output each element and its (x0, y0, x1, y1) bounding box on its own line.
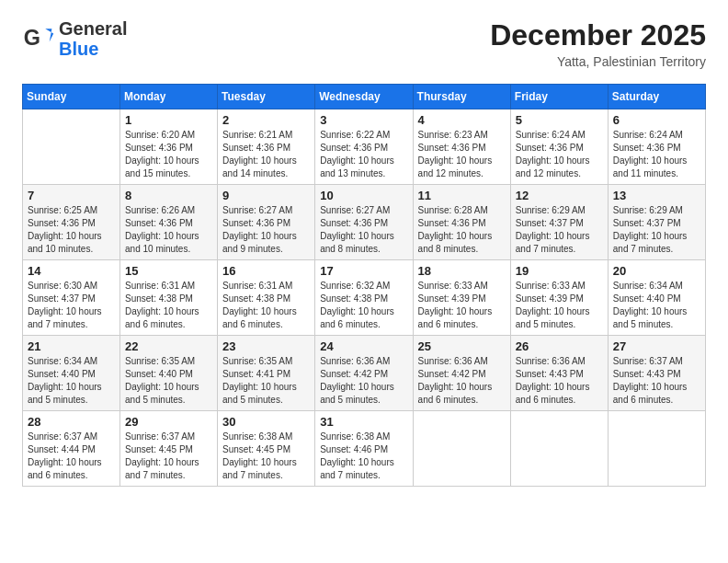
day-number: 30 (222, 415, 310, 429)
svg-marker-1 (45, 29, 53, 41)
calendar-cell: 13Sunrise: 6:29 AM Sunset: 4:37 PM Dayli… (608, 185, 705, 260)
calendar-cell: 29Sunrise: 6:37 AM Sunset: 4:45 PM Dayli… (120, 411, 218, 487)
day-info: Sunrise: 6:24 AM Sunset: 4:36 PM Dayligh… (613, 129, 700, 180)
day-number: 14 (28, 264, 115, 278)
day-info: Sunrise: 6:36 AM Sunset: 4:42 PM Dayligh… (418, 355, 506, 407)
logo-blue: Blue (59, 39, 127, 59)
svg-text:G: G (24, 26, 40, 50)
calendar-cell: 10Sunrise: 6:27 AM Sunset: 4:36 PM Dayli… (315, 185, 413, 260)
day-number: 9 (222, 189, 310, 202)
calendar-cell: 16Sunrise: 6:31 AM Sunset: 4:38 PM Dayli… (218, 260, 315, 336)
day-number: 26 (516, 339, 603, 353)
day-info: Sunrise: 6:27 AM Sunset: 4:36 PM Dayligh… (320, 204, 407, 256)
calendar-cell: 11Sunrise: 6:28 AM Sunset: 4:36 PM Dayli… (413, 185, 510, 260)
day-info: Sunrise: 6:23 AM Sunset: 4:36 PM Dayligh… (418, 129, 506, 180)
day-number: 23 (222, 339, 310, 353)
calendar-cell: 12Sunrise: 6:29 AM Sunset: 4:37 PM Dayli… (510, 185, 608, 260)
day-info: Sunrise: 6:37 AM Sunset: 4:45 PM Dayligh… (125, 431, 212, 482)
day-number: 25 (418, 339, 506, 353)
calendar-cell: 9Sunrise: 6:27 AM Sunset: 4:36 PM Daylig… (218, 185, 315, 260)
day-number: 19 (516, 264, 603, 278)
calendar-cell (608, 411, 705, 487)
calendar-week-5: 28Sunrise: 6:37 AM Sunset: 4:44 PM Dayli… (23, 411, 706, 487)
header-saturday: Saturday (608, 85, 705, 109)
calendar-cell: 4Sunrise: 6:23 AM Sunset: 4:36 PM Daylig… (413, 109, 510, 185)
calendar-cell: 26Sunrise: 6:36 AM Sunset: 4:43 PM Dayli… (510, 336, 608, 411)
day-info: Sunrise: 6:33 AM Sunset: 4:39 PM Dayligh… (516, 280, 603, 331)
title-block: December 2025 Yatta, Palestinian Territo… (490, 18, 706, 69)
month-title: December 2025 (490, 18, 706, 52)
calendar-cell: 5Sunrise: 6:24 AM Sunset: 4:36 PM Daylig… (510, 109, 608, 185)
page-header: G General Blue December 2025 Yatta, Pale… (22, 18, 706, 69)
header-friday: Friday (510, 85, 608, 109)
day-number: 29 (125, 415, 212, 429)
day-number: 4 (418, 113, 506, 127)
calendar-cell (510, 411, 608, 487)
header-sunday: Sunday (23, 85, 120, 109)
calendar-cell: 24Sunrise: 6:36 AM Sunset: 4:42 PM Dayli… (315, 336, 413, 411)
logo-text: General Blue (59, 18, 127, 59)
calendar-cell: 6Sunrise: 6:24 AM Sunset: 4:36 PM Daylig… (608, 109, 705, 185)
calendar-cell: 20Sunrise: 6:34 AM Sunset: 4:40 PM Dayli… (608, 260, 705, 336)
day-info: Sunrise: 6:31 AM Sunset: 4:38 PM Dayligh… (125, 280, 212, 331)
day-info: Sunrise: 6:32 AM Sunset: 4:38 PM Dayligh… (320, 280, 407, 331)
day-info: Sunrise: 6:34 AM Sunset: 4:40 PM Dayligh… (28, 355, 115, 407)
day-number: 31 (320, 415, 407, 429)
day-number: 1 (125, 113, 212, 127)
calendar-cell: 23Sunrise: 6:35 AM Sunset: 4:41 PM Dayli… (218, 336, 315, 411)
logo: G General Blue (22, 18, 127, 59)
day-number: 16 (222, 264, 310, 278)
day-info: Sunrise: 6:31 AM Sunset: 4:38 PM Dayligh… (222, 280, 310, 331)
day-info: Sunrise: 6:29 AM Sunset: 4:37 PM Dayligh… (516, 204, 603, 256)
calendar-header-row: SundayMondayTuesdayWednesdayThursdayFrid… (23, 85, 706, 109)
day-number: 6 (613, 113, 700, 127)
header-tuesday: Tuesday (218, 85, 315, 109)
calendar-cell: 18Sunrise: 6:33 AM Sunset: 4:39 PM Dayli… (413, 260, 510, 336)
day-number: 22 (125, 339, 212, 353)
day-info: Sunrise: 6:20 AM Sunset: 4:36 PM Dayligh… (125, 129, 212, 180)
calendar-cell: 3Sunrise: 6:22 AM Sunset: 4:36 PM Daylig… (315, 109, 413, 185)
calendar-cell (23, 109, 120, 185)
calendar-week-4: 21Sunrise: 6:34 AM Sunset: 4:40 PM Dayli… (23, 336, 706, 411)
calendar-cell: 30Sunrise: 6:38 AM Sunset: 4:45 PM Dayli… (218, 411, 315, 487)
calendar-cell: 1Sunrise: 6:20 AM Sunset: 4:36 PM Daylig… (120, 109, 218, 185)
calendar-cell: 2Sunrise: 6:21 AM Sunset: 4:36 PM Daylig… (218, 109, 315, 185)
day-info: Sunrise: 6:30 AM Sunset: 4:37 PM Dayligh… (28, 280, 115, 331)
day-info: Sunrise: 6:36 AM Sunset: 4:43 PM Dayligh… (516, 355, 603, 407)
calendar-cell: 14Sunrise: 6:30 AM Sunset: 4:37 PM Dayli… (23, 260, 120, 336)
day-info: Sunrise: 6:36 AM Sunset: 4:42 PM Dayligh… (320, 355, 407, 407)
day-number: 20 (613, 264, 700, 278)
day-info: Sunrise: 6:37 AM Sunset: 4:43 PM Dayligh… (613, 355, 700, 407)
day-number: 11 (418, 189, 506, 202)
calendar-week-3: 14Sunrise: 6:30 AM Sunset: 4:37 PM Dayli… (23, 260, 706, 336)
calendar-cell: 15Sunrise: 6:31 AM Sunset: 4:38 PM Dayli… (120, 260, 218, 336)
day-number: 8 (125, 189, 212, 202)
day-info: Sunrise: 6:21 AM Sunset: 4:36 PM Dayligh… (222, 129, 310, 180)
day-number: 3 (320, 113, 407, 127)
calendar-cell: 19Sunrise: 6:33 AM Sunset: 4:39 PM Dayli… (510, 260, 608, 336)
header-thursday: Thursday (413, 85, 510, 109)
calendar-week-1: 1Sunrise: 6:20 AM Sunset: 4:36 PM Daylig… (23, 109, 706, 185)
calendar-cell: 28Sunrise: 6:37 AM Sunset: 4:44 PM Dayli… (23, 411, 120, 487)
day-number: 27 (613, 339, 700, 353)
day-info: Sunrise: 6:35 AM Sunset: 4:40 PM Dayligh… (125, 355, 212, 407)
header-monday: Monday (120, 85, 218, 109)
day-number: 17 (320, 264, 407, 278)
day-info: Sunrise: 6:38 AM Sunset: 4:45 PM Dayligh… (222, 431, 310, 482)
day-number: 24 (320, 339, 407, 353)
calendar-cell: 31Sunrise: 6:38 AM Sunset: 4:46 PM Dayli… (315, 411, 413, 487)
day-number: 28 (28, 415, 115, 429)
day-number: 7 (28, 189, 115, 202)
calendar-week-2: 7Sunrise: 6:25 AM Sunset: 4:36 PM Daylig… (23, 185, 706, 260)
calendar-cell: 27Sunrise: 6:37 AM Sunset: 4:43 PM Dayli… (608, 336, 705, 411)
location: Yatta, Palestinian Territory (490, 54, 706, 69)
day-number: 18 (418, 264, 506, 278)
header-wednesday: Wednesday (315, 85, 413, 109)
day-number: 15 (125, 264, 212, 278)
logo-icon: G (22, 22, 55, 55)
day-number: 12 (516, 189, 603, 202)
day-info: Sunrise: 6:26 AM Sunset: 4:36 PM Dayligh… (125, 204, 212, 256)
calendar-cell: 7Sunrise: 6:25 AM Sunset: 4:36 PM Daylig… (23, 185, 120, 260)
day-info: Sunrise: 6:33 AM Sunset: 4:39 PM Dayligh… (418, 280, 506, 331)
calendar-cell: 25Sunrise: 6:36 AM Sunset: 4:42 PM Dayli… (413, 336, 510, 411)
